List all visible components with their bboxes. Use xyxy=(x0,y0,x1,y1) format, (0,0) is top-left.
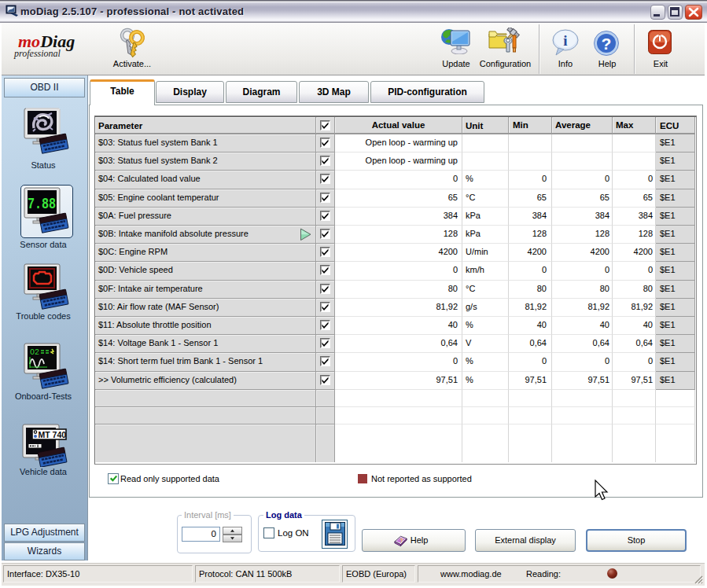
svg-text:MT 740: MT 740 xyxy=(39,430,67,439)
svg-text:i: i xyxy=(563,32,567,49)
svg-text:7.88: 7.88 xyxy=(28,196,56,212)
svg-text:O2: O2 xyxy=(30,348,39,357)
svg-text:?: ? xyxy=(602,35,612,53)
svg-text:?: ? xyxy=(400,538,403,543)
